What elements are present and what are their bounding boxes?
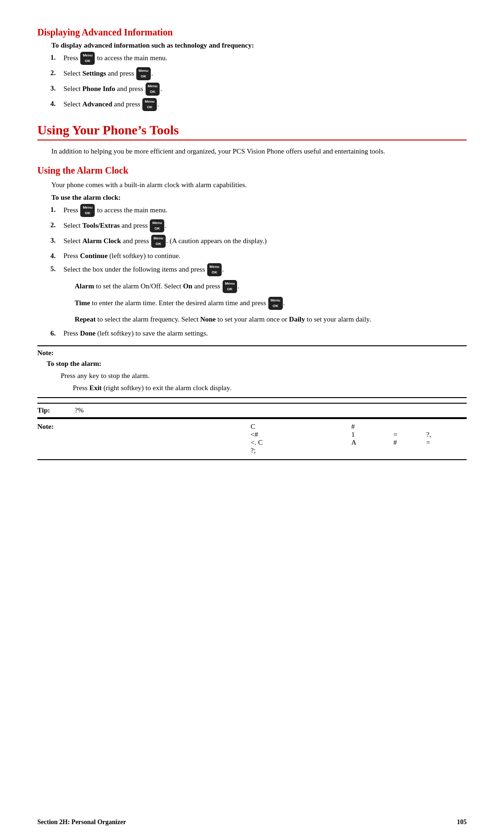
note-stop-line2: Press Exit (right softkey) to exit the a… [73, 383, 467, 393]
step-num-2: 2. [50, 68, 63, 78]
chapter-tools-intro: In addition to helping you be more effic… [51, 146, 467, 157]
note-stop-label: To stop the alarm: [47, 360, 467, 368]
step-num-3: 3. [50, 83, 63, 94]
alarm-step-5: 5. Select the box under the following it… [37, 264, 467, 277]
chapter-tools: Using Your Phone’s Tools In addition to … [37, 123, 467, 157]
alarm-step-content-1: Press MenuOK to access the main menu. [63, 204, 467, 217]
alarm-step-content-4: Press Continue (left softkey) to continu… [63, 251, 467, 261]
step-content-2: Select Settings and press MenuOK. [63, 68, 467, 81]
menu-ok-icon-sub2: MenuOK [268, 297, 283, 310]
menu-ok-icon-1: MenuOK [80, 52, 95, 65]
alarm-step-6-list: 6. Press Done (left softkey) to save the… [37, 328, 467, 339]
step-1: 1. Press MenuOK to access the main menu. [37, 52, 467, 65]
note-r2a: <# [251, 431, 351, 439]
note-row-2: Note: C # <# 1 = ?, <. C A # = ?; [37, 418, 467, 460]
menu-ok-icon-sub1: MenuOK [223, 280, 237, 293]
alarm-step-num-4: 4. [50, 251, 63, 261]
menu-ok-icon-a2: MenuOK [150, 219, 164, 232]
note-row-2-col2: # [351, 423, 467, 431]
step-content-1: Press MenuOK to access the main menu. [63, 52, 467, 65]
menu-ok-icon-4: MenuOK [142, 98, 157, 111]
note-row-2-r4: ?; [37, 447, 467, 455]
note-row-2-r2: <# 1 = ?, [37, 431, 467, 439]
alarm-step-content-3: Select Alarm Clock and press MenuOK. (A … [63, 235, 467, 248]
menu-ok-icon-2: MenuOK [136, 67, 151, 80]
alarm-step-content-5: Select the box under the following items… [63, 264, 467, 277]
alarm-sub-repeat: Repeat to select the alarm frequency. Se… [75, 314, 467, 325]
section-displaying-lead: To display advanced information such as … [51, 42, 467, 49]
note-row-2-r1: Note: C # [37, 423, 467, 431]
alarm-step-num-5: 5. [50, 264, 63, 274]
note-r2d: ?, [426, 431, 467, 439]
section-alarm: Using the Alarm Clock Your phone comes w… [37, 165, 467, 339]
menu-ok-icon-a1: MenuOK [80, 204, 95, 217]
tip-text: ?% [75, 406, 84, 414]
tip-row: Tip: ?% [37, 403, 467, 418]
alarm-step-3: 3. Select Alarm Clock and press MenuOK. … [37, 235, 467, 248]
note-r2b: 1 [351, 431, 393, 439]
note-r3d: = [426, 439, 467, 447]
alarm-step-4: 4. Press Continue (left softkey) to cont… [37, 251, 467, 261]
section-displaying-title: Displaying Advanced Information [37, 27, 467, 38]
menu-ok-icon-a5: MenuOK [207, 263, 222, 276]
alarm-step-num-3: 3. [50, 235, 63, 246]
step-3: 3. Select Phone Info and press MenuOK. [37, 83, 467, 96]
alarm-step-6: 6. Press Done (left softkey) to save the… [37, 328, 467, 339]
menu-ok-icon-3: MenuOK [146, 83, 160, 96]
note-label-1: Note: [37, 349, 54, 357]
step-content-4: Select Advanced and press MenuOK. [63, 98, 467, 112]
alarm-step-1: 1. Press MenuOK to access the main menu. [37, 204, 467, 217]
footer-left: Section 2H: Personal Organizer [37, 819, 126, 826]
alarm-step-num-2: 2. [50, 220, 63, 231]
alarm-sub-items: Alarm to set the alarm On/Off. Select On… [75, 280, 467, 325]
step-2: 2. Select Settings and press MenuOK. [37, 68, 467, 81]
note-stop-line1: Press any key to stop the alarm. [61, 371, 467, 381]
section-alarm-title: Using the Alarm Clock [37, 165, 467, 176]
alarm-step-content-2: Select Tools/Extras and press MenuOK. [63, 220, 467, 233]
chapter-tools-title: Using Your Phone’s Tools [37, 123, 467, 140]
note-table: Note: C # <# 1 = ?, <. C A # = ?; [37, 423, 467, 455]
alarm-sub-alarm: Alarm to set the alarm On/Off. Select On… [75, 280, 467, 294]
menu-ok-icon-a3: MenuOK [151, 235, 166, 248]
note-r3a: <. C [251, 439, 351, 447]
step-4: 4. Select Advanced and press MenuOK. [37, 98, 467, 112]
alarm-step-num-1: 1. [50, 204, 63, 215]
note-row-2-col1: C [251, 423, 351, 431]
note-row-2-label: Note: [37, 423, 251, 431]
section-alarm-intro: Your phone comes with a built-in alarm c… [51, 180, 467, 190]
note-row-2-r3: <. C A # = [37, 439, 467, 447]
section-alarm-steps: 1. Press MenuOK to access the main menu.… [37, 204, 467, 277]
step-content-3: Select Phone Info and press MenuOK. [63, 83, 467, 96]
alarm-step-2: 2. Select Tools/Extras and press MenuOK. [37, 220, 467, 233]
page-footer: Section 2H: Personal Organizer 105 [37, 819, 467, 826]
note-r2c: = [393, 431, 426, 439]
alarm-sub-time: Time to enter the alarm time. Enter the … [75, 297, 467, 310]
section-displaying-steps: 1. Press MenuOK to access the main menu.… [37, 52, 467, 112]
step-num-4: 4. [50, 98, 63, 109]
step-num-1: 1. [50, 52, 63, 63]
note-r3c: # [393, 439, 426, 447]
footer-right: 105 [457, 819, 467, 826]
note-r3b: A [351, 439, 393, 447]
note-box-1: Note: To stop the alarm: Press any key t… [37, 345, 467, 398]
alarm-step-content-6: Press Done (left softkey) to save the al… [63, 328, 467, 339]
note-r4: ?; [251, 447, 467, 455]
alarm-step-num-6: 6. [50, 328, 63, 339]
section-alarm-lead: To use the alarm clock: [51, 194, 467, 202]
section-displaying: Displaying Advanced Information To displ… [37, 27, 467, 112]
tip-label: Tip: [37, 406, 75, 414]
